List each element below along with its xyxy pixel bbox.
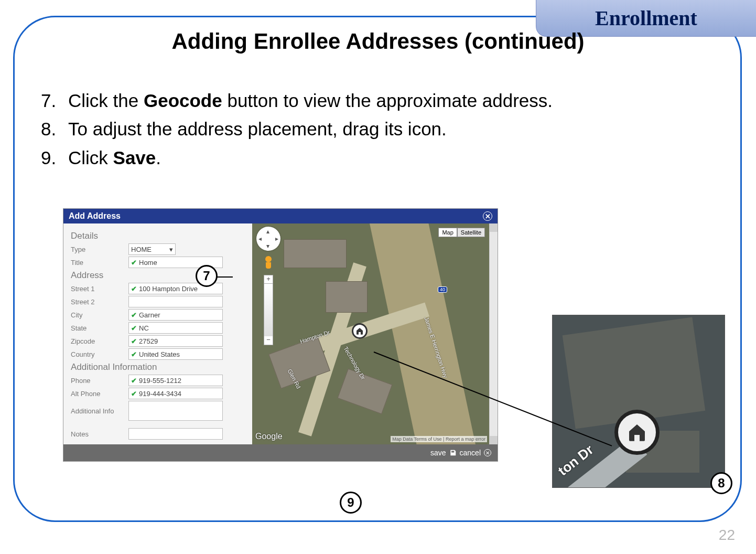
- phone-input[interactable]: ✔919-555-1212: [128, 375, 223, 386]
- map-attribution: Map Data Terms of Use | Report a map err…: [391, 436, 487, 442]
- instruction-list: 7. Click the Geocode button to view the …: [41, 87, 553, 172]
- save-button[interactable]: save: [430, 449, 457, 457]
- satellite-button[interactable]: Satellite: [457, 228, 485, 237]
- section-additional: Additional Information: [71, 362, 245, 372]
- check-icon: ✔: [131, 311, 137, 319]
- callout-7-leader: [217, 276, 233, 278]
- label-altphone: Alt Phone: [71, 390, 128, 398]
- map-type-toggle: Map Satellite: [438, 228, 485, 237]
- check-icon: ✔: [131, 337, 137, 345]
- check-icon: ✔: [131, 285, 137, 293]
- label-street2: Street 2: [71, 298, 128, 306]
- zoom-control: + −: [264, 275, 273, 345]
- step-8: 8. To adjust the address placement, drag…: [41, 115, 553, 143]
- map-controls: ▴ ▾ ◂ ▸ + −: [256, 227, 280, 345]
- step-7: 7. Click the Geocode button to view the …: [41, 87, 553, 115]
- state-input[interactable]: ✔NC: [128, 322, 223, 334]
- close-icon: ✕: [484, 449, 491, 456]
- label-title: Title: [71, 259, 128, 267]
- zoom-in-button[interactable]: +: [264, 275, 273, 284]
- dialog-header: Add Address ✕: [63, 209, 498, 223]
- country-input[interactable]: ✔United States: [128, 348, 223, 360]
- page-number: 22: [719, 527, 735, 544]
- arrow-down-icon: ▾: [266, 242, 269, 250]
- label-country: Country: [71, 350, 128, 358]
- callout-9: 9: [340, 492, 362, 514]
- dialog-title: Add Address: [69, 211, 121, 221]
- zoom-slider[interactable]: [264, 284, 273, 336]
- save-icon: [449, 449, 457, 456]
- type-select[interactable]: HOME▾: [128, 243, 176, 255]
- section-tab-label: Enrollment: [595, 6, 697, 30]
- page-title: Adding Enrollee Addresses (continued): [0, 29, 756, 54]
- label-street1: Street 1: [71, 285, 128, 293]
- altphone-input[interactable]: ✔919-444-3434: [128, 388, 223, 399]
- address-marker-zoom-icon[interactable]: [614, 410, 660, 455]
- google-logo: Google: [255, 432, 283, 441]
- label-zipcode: Zipcode: [71, 337, 128, 345]
- zoom-out-button[interactable]: −: [264, 336, 273, 345]
- notes-input[interactable]: [128, 428, 223, 440]
- hwy-shield: 40: [438, 286, 447, 293]
- dialog-footer: save cancel ✕: [63, 444, 498, 461]
- form-column: Details Type HOME▾ Title ✔Home Address S…: [63, 223, 252, 444]
- dialog-scrollbar[interactable]: [489, 223, 498, 444]
- check-icon: ✔: [131, 350, 137, 358]
- label-state: State: [71, 324, 128, 332]
- map-zoom-inset: ton Dr: [552, 315, 725, 488]
- map-pan-control[interactable]: ▴ ▾ ◂ ▸: [256, 227, 280, 251]
- street2-input[interactable]: [128, 296, 223, 307]
- addinfo-input[interactable]: [128, 401, 223, 421]
- step-number: 9.: [41, 144, 68, 172]
- add-address-dialog: Add Address ✕ Details Type HOME▾ Title ✔…: [63, 208, 498, 462]
- dialog-close-icon[interactable]: ✕: [483, 211, 492, 221]
- check-icon: ✔: [131, 259, 137, 267]
- pegman-icon[interactable]: [264, 256, 273, 270]
- map-panel[interactable]: 40 Hampton Dr James E Herrington Hwy Gle…: [252, 223, 489, 444]
- section-address: Address: [71, 270, 245, 281]
- label-type: Type: [71, 246, 128, 253]
- callout-7: 7: [196, 265, 218, 287]
- section-details: Details: [71, 231, 245, 241]
- city-input[interactable]: ✔Garner: [128, 309, 223, 321]
- cancel-button[interactable]: cancel ✕: [460, 449, 491, 457]
- address-marker-icon[interactable]: [352, 323, 368, 339]
- arrow-left-icon: ◂: [258, 235, 262, 242]
- label-notes: Notes: [71, 430, 128, 438]
- check-icon: ✔: [131, 377, 137, 385]
- callout-8: 8: [710, 472, 732, 494]
- arrow-up-icon: ▴: [266, 228, 269, 235]
- chevron-down-icon: ▾: [169, 246, 173, 253]
- label-city: City: [71, 311, 128, 319]
- label-phone: Phone: [71, 377, 128, 385]
- arrow-right-icon: ▸: [275, 235, 278, 242]
- step-9: 9. Click Save.: [41, 144, 553, 172]
- zipcode-input[interactable]: ✔27529: [128, 335, 223, 347]
- step-number: 8.: [41, 115, 68, 143]
- step-number: 7.: [41, 87, 68, 115]
- label-addinfo: Additional Info: [71, 407, 128, 415]
- map-button[interactable]: Map: [438, 228, 457, 237]
- check-icon: ✔: [131, 324, 137, 332]
- check-icon: ✔: [131, 390, 137, 398]
